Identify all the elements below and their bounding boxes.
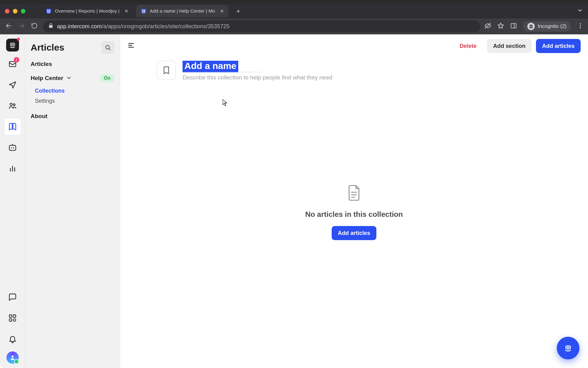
side-panel: Articles Articles Help Center On Collect… xyxy=(25,34,120,368)
sidebar-item-collections[interactable]: Collections xyxy=(31,86,114,96)
svg-rect-37 xyxy=(9,315,12,317)
url-text: app.intercom.com/a/apps/nnsgmgob/article… xyxy=(57,23,230,30)
svg-point-41 xyxy=(11,355,13,358)
incognito-label: Incognito (2) xyxy=(538,23,567,29)
url-host: app.intercom.com xyxy=(57,23,102,29)
sidebar-item-about[interactable]: About xyxy=(31,113,114,120)
browser-chrome: Overview | Reports | Moodjoy | ✕ Add a n… xyxy=(0,4,588,34)
svg-point-31 xyxy=(11,147,12,148)
new-tab-button[interactable]: ＋ xyxy=(232,6,245,16)
empty-state-heading: No articles in this collection xyxy=(305,210,403,219)
inbox-badge: 1 xyxy=(14,57,19,63)
rail-inbox[interactable]: 1 xyxy=(4,56,21,72)
close-tab-icon[interactable]: ✕ xyxy=(124,8,128,14)
main-toolbar: Delete Add section Add articles xyxy=(120,34,588,58)
tabstrip: Overview | Reports | Moodjoy | ✕ Add a n… xyxy=(0,4,588,18)
toggle-sidebar-button[interactable] xyxy=(127,42,135,50)
rail-operator[interactable] xyxy=(4,139,21,156)
rail-avatar[interactable] xyxy=(6,351,19,364)
tabs-dropdown-icon[interactable] xyxy=(577,7,583,15)
address-bar[interactable]: app.intercom.com/a/apps/nnsgmgob/article… xyxy=(43,21,480,32)
forward-button[interactable] xyxy=(17,22,26,30)
tab-title: Add a name | Help Center | Mo xyxy=(150,8,215,14)
help-center-label: Help Center xyxy=(31,75,63,82)
svg-rect-38 xyxy=(13,315,16,317)
rail-contacts[interactable] xyxy=(4,98,21,114)
intercom-favicon-icon xyxy=(141,8,147,14)
rail-apps[interactable] xyxy=(4,310,21,326)
svg-marker-14 xyxy=(498,23,503,28)
svg-rect-12 xyxy=(49,25,53,28)
close-window-icon[interactable] xyxy=(5,9,9,13)
app-viewport: 1 xyxy=(0,34,588,368)
browser-tab-inactive[interactable]: Overview | Reports | Moodjoy | ✕ xyxy=(41,5,133,17)
status-badge-on: On xyxy=(100,74,114,82)
svg-point-22 xyxy=(580,27,581,29)
intercom-logo[interactable] xyxy=(6,39,19,52)
side-panel-icon[interactable] xyxy=(510,22,517,30)
svg-point-28 xyxy=(10,103,12,105)
search-button[interactable] xyxy=(101,41,114,54)
svg-rect-27 xyxy=(9,62,16,67)
rail-notifications[interactable] xyxy=(4,331,21,347)
mac-titlebar xyxy=(0,0,588,4)
svg-point-32 xyxy=(13,147,14,148)
sidebar-item-help-center[interactable]: Help Center xyxy=(31,75,72,82)
intercom-favicon-icon xyxy=(46,8,52,14)
close-tab-icon[interactable]: ✕ xyxy=(220,8,224,14)
add-section-button[interactable]: Add section xyxy=(487,39,532,53)
kebab-menu-icon[interactable] xyxy=(577,22,584,30)
tab-title: Overview | Reports | Moodjoy | xyxy=(55,8,119,14)
svg-point-40 xyxy=(13,319,16,321)
rail-messenger[interactable] xyxy=(4,289,21,305)
main-content: Delete Add section Add articles Add a na… xyxy=(120,34,588,368)
document-icon xyxy=(347,184,361,203)
eye-off-icon[interactable] xyxy=(484,22,491,30)
delete-button[interactable]: Delete xyxy=(454,39,483,53)
chevron-down-icon xyxy=(66,75,72,82)
reload-button[interactable] xyxy=(30,22,39,30)
sidebar-item-articles[interactable]: Articles xyxy=(31,61,114,67)
browser-tab-active[interactable]: Add a name | Help Center | Mo ✕ xyxy=(136,5,228,17)
back-button[interactable] xyxy=(4,22,13,30)
rail-articles[interactable] xyxy=(4,118,21,135)
add-articles-button[interactable]: Add articles xyxy=(536,39,581,53)
lock-icon xyxy=(48,23,54,30)
bookmark-star-icon[interactable] xyxy=(497,22,504,30)
browser-toolbar: app.intercom.com/a/apps/nnsgmgob/article… xyxy=(0,18,588,34)
svg-rect-39 xyxy=(9,319,12,321)
svg-rect-30 xyxy=(9,145,16,150)
intercom-launcher[interactable] xyxy=(557,337,579,359)
rail-reports[interactable] xyxy=(4,160,21,177)
svg-point-17 xyxy=(530,27,531,28)
svg-rect-15 xyxy=(511,24,516,28)
svg-point-20 xyxy=(580,23,581,25)
window-controls[interactable] xyxy=(5,9,25,13)
fullscreen-window-icon[interactable] xyxy=(21,9,25,13)
url-path: /a/apps/nnsgmgob/articles/site/collectio… xyxy=(102,23,229,29)
notification-dot-icon xyxy=(17,38,20,41)
side-panel-title: Articles xyxy=(31,42,64,53)
svg-point-29 xyxy=(13,104,15,105)
empty-state: No articles in this collection Add artic… xyxy=(120,69,588,356)
svg-point-18 xyxy=(531,27,532,28)
svg-line-43 xyxy=(109,49,110,50)
minimize-window-icon[interactable] xyxy=(13,9,17,13)
icon-rail: 1 xyxy=(0,34,25,368)
incognito-indicator[interactable]: Incognito (2) xyxy=(523,21,571,32)
incognito-icon xyxy=(527,23,535,30)
rail-outbound[interactable] xyxy=(4,77,21,93)
sidebar-item-settings[interactable]: Settings xyxy=(31,96,114,106)
svg-point-21 xyxy=(580,25,581,26)
empty-add-articles-button[interactable]: Add articles xyxy=(332,226,376,240)
